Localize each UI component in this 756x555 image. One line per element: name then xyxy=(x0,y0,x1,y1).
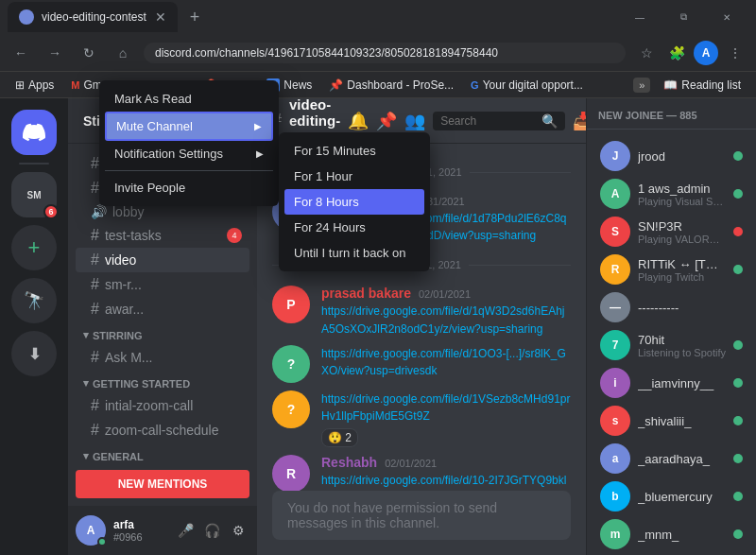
member-item-aws-admin[interactable]: A 1 aws_admin Playing Visual Studio Code xyxy=(591,175,752,213)
member-item-dash[interactable]: — ---------- xyxy=(591,288,752,326)
submenu-until-off[interactable]: Until I turn it back on xyxy=(284,240,424,266)
username: arfa xyxy=(113,518,166,531)
category-arrow: ▾ xyxy=(83,450,89,462)
member-avatar: b xyxy=(600,481,630,512)
bookmark-news-label: News xyxy=(284,78,312,92)
settings-button[interactable]: ⚙ xyxy=(227,519,249,542)
bell-icon[interactable]: 🔔 xyxy=(348,111,369,131)
message-content: https://drive.google.com/file/d/1VSezb8c… xyxy=(321,390,571,447)
search-box[interactable]: 🔍 xyxy=(433,112,565,130)
reading-list-button[interactable]: 📖 Reading list xyxy=(656,77,748,94)
menu-icon[interactable]: ⋮ xyxy=(722,40,748,66)
member-name: __iamvinny__ xyxy=(638,376,726,390)
search-input[interactable] xyxy=(440,114,538,128)
chat-area: # video-editing-contest 🔔 📌 👥 🔍 📥 ❓ Janu… xyxy=(257,98,586,555)
bookmark-apps[interactable]: ⊞ Apps xyxy=(8,77,61,94)
context-menu[interactable]: Mark As Read Mute Channel ▶ Notification… xyxy=(257,98,279,206)
member-item-bluemercury[interactable]: b _bluemercury xyxy=(591,477,752,515)
channel-item-ask-m[interactable]: # Ask M... xyxy=(76,345,249,370)
context-menu-item-mark-as-read[interactable]: Mark As Read xyxy=(257,98,273,112)
server-icon-stirring[interactable]: SM 6 xyxy=(11,172,57,217)
address-input[interactable] xyxy=(144,43,626,63)
back-button[interactable]: ← xyxy=(8,40,34,66)
message-header: prasad bakare 02/01/2021 xyxy=(321,286,571,301)
minimize-button[interactable]: — xyxy=(618,2,662,32)
member-item-mnm[interactable]: m _mnm_ xyxy=(591,515,752,553)
mute-button[interactable]: 🎤 xyxy=(174,519,197,542)
channel-name: lobby xyxy=(112,204,144,219)
new-tab-button[interactable]: + xyxy=(181,4,208,30)
member-item-sn1p3r[interactable]: S SN!P3R Playing VALORANT xyxy=(591,213,752,251)
bookmark-digital[interactable]: G Your digital opport... xyxy=(463,77,591,94)
category-arrow: ▾ xyxy=(83,329,89,341)
bookmark-dashboard[interactable]: 📌 Dashboard - ProSe... xyxy=(321,77,461,94)
channel-item-video[interactable]: # video xyxy=(76,248,249,272)
member-info: 1 aws_admin Playing Visual Studio Code xyxy=(638,182,726,207)
context-menu-item-notification-settings[interactable]: Notification Settings ▶ xyxy=(257,141,273,166)
channel-item-sm-r[interactable]: # sm-r... xyxy=(76,272,249,297)
submenu-8hours[interactable]: For 8 Hours xyxy=(284,189,424,215)
mute-submenu: For 15 Minutes For 1 Hour For 8 Hours Fo… xyxy=(279,132,430,271)
submenu-15min[interactable]: For 15 Minutes xyxy=(284,138,424,164)
member-item-70hit[interactable]: 7 70hit Listening to Spotify xyxy=(591,326,752,364)
message-link[interactable]: https://drive.google.com/file/d/1VSezb8c… xyxy=(321,392,570,423)
refresh-button[interactable]: ↻ xyxy=(76,40,102,66)
member-item-rittik[interactable]: R RITTiK ↔ [THE KNIG... Playing Twitch xyxy=(591,251,752,288)
star-icon[interactable]: ☆ xyxy=(633,40,660,66)
category-arrow: ▾ xyxy=(83,377,89,390)
message-link[interactable]: https://drive.google.com/file/d/1qW3D2sd… xyxy=(321,304,564,335)
submenu-1hour[interactable]: For 1 Hour xyxy=(284,164,424,189)
member-item-aaradhaya[interactable]: a _aaradhaya_ xyxy=(591,440,752,477)
user-avatar-letter: A xyxy=(87,524,95,537)
member-item-shivaliii[interactable]: s _shivaliii_ xyxy=(591,402,752,440)
user-discriminator: #0966 xyxy=(113,531,166,543)
member-name: RITTiK ↔ [THE KNIG... xyxy=(638,257,726,271)
forward-button[interactable]: → xyxy=(42,40,68,66)
tab-bar: video-editing-contest ✕ + — ⧉ ✕ xyxy=(0,0,756,34)
submenu-24hours[interactable]: For 24 Hours xyxy=(284,215,424,240)
chat-input: You do not have permission to send messa… xyxy=(272,491,571,540)
pin-icon[interactable]: 📌 xyxy=(376,111,397,131)
apps-icon: ⊞ xyxy=(15,78,25,92)
download-icon[interactable]: ⬇ xyxy=(11,331,57,376)
overflow-button[interactable]: » xyxy=(633,78,650,93)
member-item-jrood[interactable]: J jrood xyxy=(591,137,752,175)
tab-close-button[interactable]: ✕ xyxy=(155,9,166,25)
channel-item-test-tasks[interactable]: # test-tasks 4 xyxy=(76,223,249,248)
inbox-icon[interactable]: 📥 xyxy=(573,111,586,131)
deafen-button[interactable]: 🎧 xyxy=(200,519,223,542)
discord-home-icon[interactable] xyxy=(11,110,57,155)
category-getting-started[interactable]: ▾ GETTING STARTED xyxy=(68,370,257,393)
context-menu-item-invite-people[interactable]: Invite People xyxy=(257,175,273,200)
online-status-dot xyxy=(97,537,107,546)
category-stirring[interactable]: ▾ STIRRING xyxy=(68,321,257,345)
channel-item-awar[interactable]: # awar... xyxy=(76,297,249,321)
message-avatar: ? xyxy=(272,345,310,383)
extensions-icon[interactable]: 🧩 xyxy=(663,40,690,66)
explore-servers-icon[interactable]: 🔭 xyxy=(11,278,57,323)
channel-item-zoom-schedule[interactable]: # zoom-call-schedule xyxy=(76,418,249,442)
members-icon[interactable]: 👥 xyxy=(404,111,425,131)
message-link[interactable]: https://drive.google.com/file/d/10-2I7JG… xyxy=(321,474,566,491)
channel-item-intial-zoom[interactable]: # intial-zoom-call xyxy=(76,393,249,418)
active-tab[interactable]: video-editing-contest ✕ xyxy=(8,2,178,32)
new-mentions-button[interactable]: NEW MENTIONS xyxy=(76,470,249,498)
home-button[interactable]: ⌂ xyxy=(110,40,136,66)
message-reaction[interactable]: 😲 2 xyxy=(321,428,358,447)
context-menu-item-mute-channel[interactable]: Mute Channel ▶ xyxy=(257,112,273,141)
profile-button[interactable]: A xyxy=(694,41,718,65)
member-item-iamvinny[interactable]: i __iamvinny__ xyxy=(591,364,752,402)
message-4: ? https://drive.google.com/file/d/1VSezb… xyxy=(272,390,571,447)
member-avatar: J xyxy=(600,141,630,171)
address-bar: ← → ↻ ⌂ ☆ 🧩 A ⋮ xyxy=(0,34,756,72)
status-indicator xyxy=(733,529,743,539)
server-badge: 6 xyxy=(43,204,59,219)
message-link[interactable]: https://drive.google.com/file/d/1OO3-[..… xyxy=(321,347,566,377)
close-button[interactable]: ✕ xyxy=(705,2,748,32)
member-info: __iamvinny__ xyxy=(638,376,726,390)
chat-input-area: You do not have permission to send messa… xyxy=(257,491,586,555)
restore-button[interactable]: ⧉ xyxy=(662,2,705,32)
server-add-icon[interactable]: + xyxy=(11,225,57,270)
message-content: https://drive.google.com/file/d/1OO3-[..… xyxy=(321,345,571,383)
category-general[interactable]: ▾ GENERAL xyxy=(68,442,257,462)
